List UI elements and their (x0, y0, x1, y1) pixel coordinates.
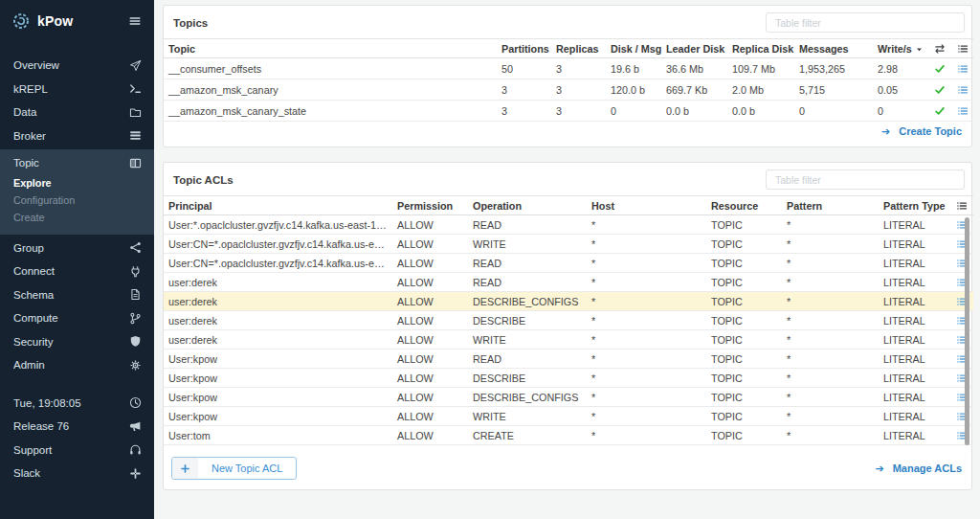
sidebar-item-support[interactable]: Support (0, 439, 154, 463)
acl-row[interactable]: User:kpowALLOWDESCRIBE*TOPIC*LITERAL (164, 369, 973, 388)
plug-icon (129, 265, 142, 278)
headphones-icon (129, 443, 142, 456)
acl-principal-cell: User:kpow (164, 350, 392, 369)
acls-scrollbar-thumb[interactable] (965, 217, 969, 445)
acl-actions-cell[interactable] (950, 215, 973, 235)
acls-column-header-permission[interactable]: Permission (392, 196, 468, 215)
acl-value-cell: LITERAL (879, 369, 950, 388)
acl-actions-cell[interactable] (950, 350, 973, 369)
sidebar-nav: OverviewkREPLDataBrokerTopicExploreConfi… (0, 54, 154, 377)
acl-principal-cell: User:tom (164, 426, 392, 445)
sidebar-item-connect[interactable]: Connect (0, 260, 154, 283)
sidebar-item-schema[interactable]: Schema (0, 283, 154, 307)
acl-actions-cell[interactable] (950, 254, 973, 273)
sidebar-item-overview[interactable]: Overview (0, 54, 154, 78)
topics-column-header-sync[interactable] (926, 39, 952, 58)
bullet-list-icon (957, 83, 969, 95)
topics-column-header-write-s[interactable]: Write/s (873, 39, 926, 58)
hamburger-menu-icon[interactable] (128, 14, 142, 28)
topic-value-cell: 0 (794, 101, 873, 122)
acl-value-cell: * (587, 215, 706, 235)
sidebar-item-slack[interactable]: Slack (0, 462, 154, 485)
sidebar-item-compute[interactable]: Compute (0, 306, 154, 330)
acl-row[interactable]: User:kpowALLOWDESCRIBE_CONFIGS*TOPIC*LIT… (164, 388, 973, 407)
acl-actions-cell[interactable] (950, 426, 973, 445)
kpow-logo-icon[interactable] (11, 11, 31, 31)
sidebar-item-admin[interactable]: Admin (0, 353, 154, 377)
acl-row[interactable]: User:CN=*.opaclcluster.gvzfjv.c14.kafka.… (164, 254, 973, 273)
acl-row[interactable]: User:tomALLOWCREATE*TOPIC*LITERAL (164, 426, 973, 445)
manage-acls-link[interactable]: ➔Manage ACLs (875, 463, 962, 475)
acls-column-header-resource[interactable]: Resource (706, 196, 782, 215)
acl-row[interactable]: User:kpowALLOWREAD*TOPIC*LITERAL (164, 350, 973, 369)
acls-table-filter-input[interactable] (766, 169, 965, 190)
sidebar-item-release-76[interactable]: Release 76 (0, 415, 154, 439)
acl-actions-cell[interactable] (950, 407, 973, 426)
acl-value-cell: LITERAL (879, 350, 950, 369)
sidebar-item-label: Admin (13, 359, 129, 371)
topics-column-header-messages[interactable]: Messages (794, 39, 873, 58)
acl-row[interactable]: user:derekALLOWDESCRIBE_CONFIGS*TOPIC*LI… (164, 292, 973, 311)
acl-actions-cell[interactable] (950, 235, 973, 254)
sidebar-item-label: Security (13, 336, 129, 348)
app-title[interactable]: kPow (37, 13, 73, 29)
create-topic-link[interactable]: ➔Create Topic (881, 125, 962, 138)
acl-actions-cell[interactable] (950, 369, 973, 388)
acl-row[interactable]: User:*.opaclcluster.gvzfjv.c14.kafka.us-… (164, 215, 973, 235)
acls-column-header-pattern[interactable]: Pattern (782, 196, 879, 215)
topic-row[interactable]: __consumer_offsets50319.6 b36.6 Mb109.7 … (164, 58, 973, 79)
acl-value-cell: * (782, 254, 879, 273)
sidebar-subitem-configuration[interactable]: Configuration (0, 192, 154, 210)
acl-value-cell: TOPIC (706, 235, 782, 254)
acl-value-cell: TOPIC (706, 426, 782, 445)
acl-row[interactable]: User:kpowALLOWWRITE*TOPIC*LITERAL (164, 407, 973, 426)
sidebar-item-group[interactable]: Group (0, 237, 154, 260)
new-topic-acl-button[interactable]: New Topic ACL (171, 457, 297, 480)
acl-actions-cell[interactable] (950, 292, 973, 311)
acl-value-cell: CREATE (468, 426, 587, 445)
topic-status-cell (926, 101, 952, 122)
sidebar-subitem-explore[interactable]: Explore (0, 175, 154, 192)
topics-column-header-replica-disk[interactable]: Replica Disk (727, 39, 794, 58)
sidebar-item-topic[interactable]: Topic (0, 151, 154, 175)
topics-column-header-leader-disk[interactable]: Leader Disk (661, 39, 727, 58)
topic-row[interactable]: __amazon_msk_canary_state3300.0 b0.0 b00 (164, 101, 973, 122)
acls-column-header-detail[interactable] (950, 196, 973, 215)
topics-column-header-topic[interactable]: Topic (164, 39, 497, 58)
acls-column-header-host[interactable]: Host (587, 196, 706, 215)
topic-actions-cell[interactable] (952, 101, 973, 122)
acl-row[interactable]: User:CN=*.opaclcluster.gvzfjv.c14.kafka.… (164, 235, 973, 254)
sidebar-item-krepl[interactable]: kREPL (0, 78, 154, 102)
acl-actions-cell[interactable] (950, 388, 973, 407)
topics-title: Topics (173, 17, 208, 29)
topics-table-filter-input[interactable] (766, 12, 965, 33)
acl-actions-cell[interactable] (950, 311, 973, 330)
acl-value-cell: ALLOW (392, 426, 468, 445)
acl-row[interactable]: user:derekALLOWDESCRIBE*TOPIC*LITERAL (164, 311, 973, 330)
sidebar-item-broker[interactable]: Broker (0, 124, 154, 148)
acls-column-header-operation[interactable]: Operation (468, 196, 587, 215)
acls-column-header-pattern-type[interactable]: Pattern Type (879, 196, 950, 215)
topics-column-header-disk-msg[interactable]: Disk / Msg (606, 39, 661, 58)
acl-actions-cell[interactable] (950, 273, 973, 292)
sidebar-item-data[interactable]: Data (0, 101, 154, 124)
acl-value-cell: * (587, 235, 706, 254)
topic-actions-cell[interactable] (952, 58, 973, 79)
acl-row[interactable]: user:derekALLOWREAD*TOPIC*LITERAL (164, 273, 973, 292)
topic-actions-cell[interactable] (952, 79, 973, 101)
topics-column-header-partitions[interactable]: Partitions (497, 39, 551, 58)
topics-column-header-replicas[interactable]: Replicas (551, 39, 606, 58)
acl-actions-cell[interactable] (950, 330, 973, 350)
sidebar-item-security[interactable]: Security (0, 330, 154, 354)
acls-column-header-principal[interactable]: Principal (164, 196, 392, 215)
topic-status-cell (926, 58, 952, 79)
topic-value-cell: 1,953,265 (794, 58, 873, 79)
topics-column-header-detail[interactable] (952, 39, 973, 58)
acl-value-cell: ALLOW (392, 388, 468, 407)
acl-value-cell: * (782, 311, 879, 330)
topic-value-cell: 3 (551, 101, 606, 122)
acl-row[interactable]: user:derekALLOWWRITE*TOPIC*LITERAL (164, 330, 973, 350)
sidebar-subitem-create[interactable]: Create (0, 210, 154, 227)
topic-row[interactable]: __amazon_msk_canary33120.0 b669.7 Kb2.0 … (164, 79, 973, 101)
topic-value-cell: 0 (873, 101, 926, 122)
